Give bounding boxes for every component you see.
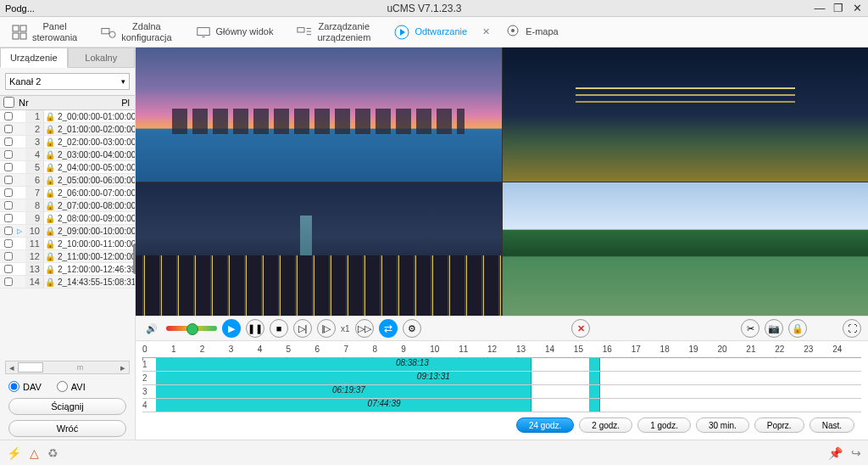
close-all-button[interactable]: ✕ <box>571 319 590 338</box>
zoom-24h[interactable]: 24 godz. <box>516 417 574 433</box>
zoom-next[interactable]: Nast. <box>810 417 854 433</box>
nav-main-view[interactable]: Główny widok <box>184 17 286 47</box>
zoom-30m[interactable]: 30 min. <box>696 417 749 433</box>
channel-select[interactable]: Kanał 2 ▾ <box>5 73 130 90</box>
file-index: 12 <box>25 250 44 262</box>
file-checkbox[interactable] <box>4 277 13 286</box>
stop-button[interactable]: ■ <box>270 319 288 338</box>
hour-tick: 14 <box>545 345 574 357</box>
file-checkbox[interactable] <box>4 188 13 197</box>
nav-remote-config[interactable]: Zdalna konfiguracja <box>89 17 183 47</box>
file-row[interactable]: 2 🔒 2_01:00:00-02:00:00 <box>0 123 135 136</box>
radio-dav[interactable]: DAV <box>8 381 42 392</box>
back-button[interactable]: Wróć <box>8 420 126 437</box>
nav-emap[interactable]: E-mapa <box>493 17 570 47</box>
svg-rect-8 <box>298 27 304 31</box>
download-button[interactable]: Ściągnij <box>8 398 126 415</box>
slow-button[interactable]: |▷ <box>317 319 336 338</box>
file-row[interactable]: 4 🔒 2_03:00:00-04:00:00 <box>0 148 135 161</box>
volume-icon[interactable]: 🔊 <box>142 319 161 338</box>
video-cell-3[interactable] <box>136 182 502 317</box>
scroll-right-icon[interactable]: ▸ <box>117 362 129 373</box>
file-checkbox[interactable] <box>4 201 13 210</box>
snapshot-button[interactable]: 📷 <box>765 319 783 338</box>
file-row[interactable]: 5 🔒 2_04:00:00-05:00:00 <box>0 161 135 174</box>
file-checkbox[interactable] <box>4 227 13 235</box>
warning-icon[interactable]: △ <box>30 446 39 460</box>
file-name: 2_10:00:00-11:00:00 <box>56 239 135 249</box>
video-cell-4[interactable] <box>503 182 869 317</box>
timeline-row-3[interactable]: 306:19:37 <box>142 385 861 399</box>
svg-rect-6 <box>197 27 209 35</box>
file-row[interactable]: 12 🔒 2_11:00:00-12:00:00 <box>0 250 135 263</box>
file-checkbox[interactable] <box>4 176 13 184</box>
radio-avi[interactable]: AVI <box>57 381 86 392</box>
select-all-checkbox[interactable] <box>3 97 14 108</box>
scroll-left-icon[interactable]: ◂ <box>6 362 18 373</box>
lock-icon: 🔒 <box>44 112 56 121</box>
close-button[interactable]: ✕ <box>851 3 863 14</box>
nav-playback[interactable]: Odtwarzanie <box>382 17 479 47</box>
file-checkbox[interactable] <box>4 265 13 273</box>
next-frame-button[interactable]: ▷| <box>293 319 312 338</box>
timeline-row-4[interactable]: 407:44:39 <box>142 399 861 412</box>
hour-tick: 0 <box>142 345 171 357</box>
pin-icon[interactable]: 📌 <box>828 446 843 460</box>
hour-tick: 8 <box>372 345 401 357</box>
timeline-row-1[interactable]: 108:38:13 <box>142 358 861 372</box>
lock-icon: 🔒 <box>44 137 56 147</box>
play-circle-icon <box>394 25 409 40</box>
pause-button[interactable]: ❚❚ <box>246 319 264 338</box>
timeline-ruler[interactable]: 0123456789101112131415161718192021222324 <box>142 345 861 358</box>
cut-button[interactable]: ✂ <box>741 319 760 338</box>
settings-icon[interactable]: ⚙ <box>403 319 421 338</box>
fullscreen-button[interactable]: ⛶ <box>843 319 861 338</box>
scroll-thumb[interactable] <box>18 362 43 373</box>
video-cell-2[interactable] <box>503 48 869 182</box>
file-checkbox[interactable] <box>4 137 13 146</box>
file-row[interactable]: 9 🔒 2_08:00:00-09:00:00 <box>0 212 135 225</box>
file-row[interactable]: 11 🔒 2_10:00:00-11:00:00 <box>0 238 135 250</box>
file-row[interactable]: 3 🔒 2_02:00:00-03:00:00 <box>0 136 135 148</box>
hour-tick: 7 <box>343 345 372 357</box>
play-button[interactable]: ▶ <box>222 319 241 338</box>
timeline-row-2[interactable]: 209:13:31 <box>142 372 861 385</box>
file-checkbox[interactable] <box>4 239 13 248</box>
lock-icon: 🔒 <box>44 252 56 261</box>
tab-close-button[interactable]: ✕ <box>479 26 493 37</box>
file-row[interactable]: ▷ 10 🔒 2_09:00:00-10:00:00 <box>0 225 135 238</box>
file-row[interactable]: 1 🔒 2_00:00:00-01:00:00 <box>0 110 135 123</box>
file-row[interactable]: 6 🔒 2_05:00:00-06:00:00 <box>0 174 135 187</box>
lock-button[interactable]: 🔒 <box>788 319 807 338</box>
minimize-button[interactable]: — <box>814 3 826 14</box>
h-scrollbar[interactable]: ◂ m ▸ <box>5 361 130 374</box>
recycle-icon[interactable]: ♻ <box>47 446 58 460</box>
alarm-icon[interactable]: ⚡ <box>7 446 21 460</box>
nav-device-manage[interactable]: Zarządzanie urządzeniem <box>285 17 382 47</box>
video-cell-1[interactable] <box>136 48 502 182</box>
file-row[interactable]: 14 🔒 2_14:43:55-15:08:31 <box>0 276 135 289</box>
file-row[interactable]: 7 🔒 2_06:00:00-07:00:00 <box>0 187 135 199</box>
file-checkbox[interactable] <box>4 125 13 133</box>
file-checkbox[interactable] <box>4 150 13 159</box>
file-row[interactable]: 8 🔒 2_07:00:00-08:00:00 <box>0 199 135 212</box>
zoom-2h[interactable]: 2 godz. <box>579 417 632 433</box>
file-checkbox[interactable] <box>4 214 13 222</box>
file-checkbox[interactable] <box>4 252 13 261</box>
zoom-prev[interactable]: Poprz. <box>754 417 804 433</box>
sync-button[interactable]: ⇄ <box>379 319 398 338</box>
maximize-button[interactable]: ❐ <box>832 3 844 14</box>
tab-local[interactable]: Lokalny <box>68 48 136 68</box>
hour-tick: 22 <box>775 345 804 357</box>
nav-control-panel[interactable]: Panel sterowania <box>0 17 89 47</box>
zoom-1h[interactable]: 1 godz. <box>637 417 691 433</box>
logout-icon[interactable]: ↪ <box>851 446 861 460</box>
lock-icon: 🔒 <box>44 227 56 236</box>
hour-tick: 18 <box>660 345 689 357</box>
file-checkbox[interactable] <box>4 163 13 171</box>
tab-device[interactable]: Urządzenie <box>0 48 68 68</box>
file-row[interactable]: 13 🔒 2_12:00:00-12:46:39 <box>0 263 135 276</box>
fast-button[interactable]: ▷▷ <box>355 319 374 338</box>
file-checkbox[interactable] <box>4 112 13 120</box>
volume-slider[interactable] <box>166 326 217 331</box>
